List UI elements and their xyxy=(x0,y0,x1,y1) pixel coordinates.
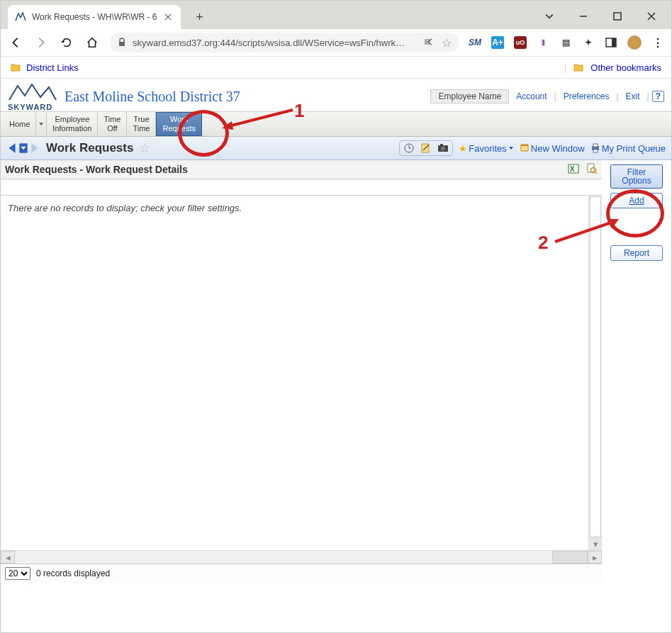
ext-puzzle-icon[interactable]: ✦ xyxy=(582,36,595,49)
nav-dropdown-icon[interactable] xyxy=(18,142,29,155)
excel-export-icon[interactable]: X xyxy=(568,163,579,177)
scroll-left-icon: ◂ xyxy=(1,551,15,564)
grid-horizontal-scrollbar[interactable]: ◂ ▸ xyxy=(1,550,602,564)
grid-vertical-scrollbar[interactable]: ▾ xyxy=(588,196,602,550)
record-count: 0 records displayed xyxy=(36,568,110,578)
svg-rect-12 xyxy=(521,145,528,146)
skyward-logo[interactable]: SKYWARD xyxy=(8,82,57,111)
ext-ublock-icon[interactable]: uO xyxy=(514,36,527,49)
content-area: Work Requests - Work Request Details X T… xyxy=(1,160,671,583)
app-header: SKYWARD East Moline School District 37 E… xyxy=(1,79,671,111)
grid-header-row xyxy=(1,179,602,196)
note-edit-icon[interactable] xyxy=(420,142,432,155)
star-icon[interactable]: ☆ xyxy=(442,36,452,50)
nav-employee-information[interactable]: EmployeeInformation xyxy=(47,112,98,136)
print-queue-link[interactable]: My Print Queue xyxy=(590,143,666,154)
page-size-select[interactable]: 20 xyxy=(5,567,30,580)
svg-rect-0 xyxy=(614,13,621,20)
back-icon[interactable] xyxy=(8,35,23,50)
nav-true-time[interactable]: TrueTime xyxy=(127,112,156,136)
report-button[interactable]: Report xyxy=(610,245,663,261)
brand-text: SKYWARD xyxy=(8,103,52,111)
svg-rect-10 xyxy=(440,144,443,146)
window-controls xyxy=(542,9,671,29)
new-window-link[interactable]: New Window xyxy=(520,143,585,154)
skyward-favicon xyxy=(15,11,26,23)
scroll-right-icon: ▸ xyxy=(588,551,602,564)
share-icon[interactable] xyxy=(425,36,436,50)
browser-window: Work Requests - WH\WR\WR - 6 + skyward.e… xyxy=(0,0,672,633)
chevron-down-icon[interactable] xyxy=(542,9,556,23)
nav-work-requests[interactable]: WorkRequests xyxy=(156,112,201,136)
svg-rect-15 xyxy=(593,150,598,152)
browser-titlebar: Work Requests - WH\WR\WR - 6 + xyxy=(1,1,671,29)
browser-toolbar: skyward.emsd37.org:444/scripts/wsisa.dll… xyxy=(1,29,671,57)
maximize-icon[interactable] xyxy=(610,9,625,23)
sub-header: Work Requests ☆ ★Favorites New Window My… xyxy=(1,137,671,160)
clock-icon[interactable] xyxy=(403,142,415,155)
grid-footer: 20 0 records displayed xyxy=(1,564,602,583)
user-links: Employee Name Account| Preferences| Exit… xyxy=(430,89,664,103)
ext-sm-icon[interactable]: SM xyxy=(469,36,481,49)
minimize-icon[interactable] xyxy=(576,9,590,23)
forward-icon xyxy=(33,35,49,50)
favorite-star-icon[interactable]: ☆ xyxy=(139,140,150,156)
browser-extensions: SM A+ uO ⦀ ▤ ✦ ⋮ xyxy=(469,35,664,50)
profile-avatar-icon[interactable] xyxy=(627,35,642,50)
svg-point-9 xyxy=(441,147,445,151)
svg-rect-1 xyxy=(119,42,125,46)
district-name: East Moline School District 37 xyxy=(65,89,240,105)
svg-text:X: X xyxy=(570,165,575,173)
tab-title: Work Requests - WH\WR\WR - 6 xyxy=(32,12,157,22)
ext-panel-icon[interactable] xyxy=(605,36,617,49)
nav-forward-icon[interactable] xyxy=(29,142,40,155)
page-title: Work Requests xyxy=(46,141,133,155)
bookmark-district-links[interactable]: District Links xyxy=(26,62,79,73)
lock-icon xyxy=(117,38,127,47)
ext-bars-icon[interactable]: ⦀ xyxy=(537,36,549,49)
favorites-link[interactable]: ★Favorites xyxy=(459,143,513,154)
folder-icon xyxy=(11,62,21,72)
exit-link[interactable]: Exit xyxy=(622,90,644,103)
grid-panel: Work Requests - Work Request Details X T… xyxy=(1,160,602,583)
account-link[interactable]: Account xyxy=(512,90,551,103)
folder-icon xyxy=(573,62,583,72)
grid-body: There are no records to display; check y… xyxy=(1,196,602,550)
right-panel: Filter Options Add Report xyxy=(602,160,671,583)
main-nav: Home EmployeeInformation TimeOff TrueTim… xyxy=(1,111,671,137)
bookmark-other[interactable]: Other bookmarks xyxy=(590,62,661,73)
nav-home[interactable]: Home xyxy=(4,112,36,136)
grid-title: Work Requests - Work Request Details xyxy=(5,164,188,175)
home-icon[interactable] xyxy=(84,35,100,50)
nav-back-icon[interactable] xyxy=(6,142,18,155)
add-button[interactable]: Add xyxy=(610,193,663,208)
camera-icon[interactable] xyxy=(437,142,449,155)
sub-toolbar: ★Favorites New Window My Print Queue xyxy=(399,140,666,156)
url-text: skyward.emsd37.org:444/scripts/wsisa.dll… xyxy=(133,38,419,48)
svg-rect-14 xyxy=(593,144,598,147)
browser-tab[interactable]: Work Requests - WH\WR\WR - 6 xyxy=(8,5,181,29)
grid-title-bar: Work Requests - Work Request Details X xyxy=(1,160,602,179)
filter-options-button[interactable]: Filter Options xyxy=(610,164,663,189)
reload-icon[interactable] xyxy=(59,35,74,50)
svg-rect-4 xyxy=(612,38,616,47)
tab-close-icon[interactable] xyxy=(162,11,174,23)
ext-aplus-icon[interactable]: A+ xyxy=(491,36,504,49)
grid-empty-message: There are no records to display; check y… xyxy=(1,196,602,220)
help-button[interactable]: ? xyxy=(652,91,664,102)
nav-home-dropdown[interactable] xyxy=(36,112,47,136)
nav-time-off[interactable]: TimeOff xyxy=(98,112,127,136)
preferences-link[interactable]: Preferences xyxy=(559,90,614,103)
new-tab-button[interactable]: + xyxy=(189,7,209,27)
bookmarks-bar: District Links | Other bookmarks xyxy=(1,57,671,79)
close-window-icon[interactable] xyxy=(644,9,659,23)
address-bar[interactable]: skyward.emsd37.org:444/scripts/wsisa.dll… xyxy=(110,33,459,52)
ext-save-icon[interactable]: ▤ xyxy=(559,36,572,49)
doc-magnify-icon[interactable] xyxy=(586,163,598,177)
scroll-down-icon: ▾ xyxy=(589,537,602,550)
browser-menu-icon[interactable]: ⋮ xyxy=(651,36,664,49)
employee-name: Employee Name xyxy=(430,89,509,103)
